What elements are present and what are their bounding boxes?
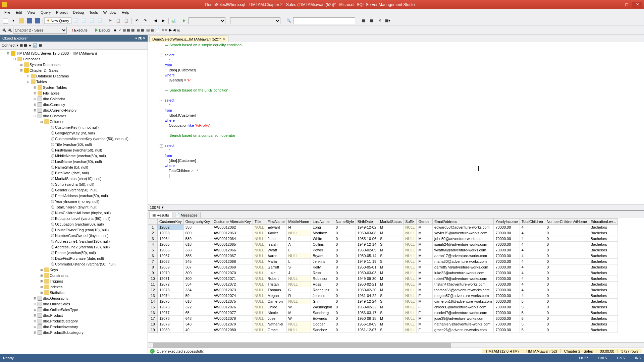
grid-cell[interactable]: Bachelors [589,310,618,316]
col-header[interactable]: Suffix [404,219,417,225]
tree-node[interactable]: ⊞Triggers [1,278,147,284]
grid-cell[interactable]: Bachelors [589,287,618,293]
row-number[interactable]: 5 [148,247,158,253]
row-number[interactable]: 2 [148,230,158,236]
grid-cell[interactable]: NULL [253,316,266,321]
grid-cell[interactable]: 0 [334,253,356,259]
grid-cell[interactable]: AW00012078 [212,316,253,321]
row-number[interactable]: 18 [148,321,158,327]
grid-cell[interactable]: M [378,287,404,293]
grid-cell[interactable]: Edward [266,225,286,230]
tree-node[interactable]: ⊞dbo.CurrencyHistory [1,107,147,113]
grid-cell[interactable]: 12063 [158,230,184,236]
col-header[interactable]: MiddleName [286,219,311,225]
tree-node[interactable]: CustomerKey (int, not null) [1,124,147,130]
grid-cell[interactable]: 70000.00 [494,264,520,270]
grid-cell[interactable]: Nathaniel [266,321,286,327]
grid-cell[interactable]: 618 [183,299,212,304]
paste-button[interactable]: 📋 [123,17,130,24]
grid-cell[interactable]: AW00012074 [212,293,253,299]
grid-cell[interactable]: NULL [404,270,417,276]
grid-cell[interactable]: 5 [520,304,545,310]
grid-cell[interactable]: 12080 [158,327,184,333]
grid-cell[interactable]: Bachelors [589,225,618,230]
grid-cell[interactable]: NULL [253,253,266,259]
grid-cell[interactable]: 0 [334,316,356,321]
tree-node[interactable]: ⊞dbo.Geography [1,295,147,301]
grid-cell[interactable]: NULL [404,327,417,333]
debug-target-select[interactable] [189,17,225,24]
grid-cell[interactable]: G [286,287,311,293]
grid-cell[interactable]: 4 [520,276,545,282]
grid-cell[interactable]: M [378,282,404,287]
tool-d[interactable]: ▦▾ [384,17,391,24]
grid-cell[interactable]: 0 [545,310,589,316]
uncomment-button[interactable]: ≡ [165,28,167,32]
grid-cell[interactable]: NULL [253,327,266,333]
grid-cell[interactable]: NULL [286,299,311,304]
grid-cell[interactable]: 0 [545,299,589,304]
grid-cell[interactable]: Jenkins [311,259,334,264]
tree-node[interactable]: ⊞Keys [1,267,147,273]
grid-cell[interactable]: W [286,304,311,310]
grid-cell[interactable]: NULL [253,304,266,310]
grid-cell[interactable]: 4 [520,242,545,247]
grid-cell[interactable]: 1950-03-08 [356,230,378,236]
oe-btn-5[interactable]: ▦ [39,43,42,48]
grid-cell[interactable]: 1955-10-06 [356,236,378,242]
grid-cell[interactable]: AW00012068 [212,259,253,264]
grid-cell[interactable]: Garrett [266,264,286,270]
row-number[interactable]: 19 [148,327,158,333]
grid-cell[interactable]: NULL [286,253,311,259]
solution-button[interactable]: 🔍 [285,17,292,24]
grid-cell[interactable]: 4 [520,287,545,293]
tree-node[interactable]: Suffix (varchar(50), null) [1,181,147,187]
grid-cell[interactable]: 4 [520,259,545,264]
grid-cell[interactable]: NULL [253,264,266,270]
grid-cell[interactable]: Jose [266,316,286,321]
grid-cell[interactable]: NULL [404,287,417,293]
grid-cell[interactable]: Robert [266,276,286,282]
grid-cell[interactable]: NULL [253,230,266,236]
tree-node[interactable]: ⊟Columns [1,119,147,124]
grid-cell[interactable]: 1949-12-14 [356,242,378,247]
grid-cell[interactable]: 300 [183,276,212,282]
grid-cell[interactable]: S [378,242,404,247]
grid-cell[interactable]: robert78@adventure-works.com [433,276,494,282]
menu-window[interactable]: Window [101,10,119,15]
row-number[interactable]: 13 [148,293,158,299]
menu-help[interactable]: Help [119,10,132,15]
grid-cell[interactable]: AW00012077 [212,310,253,316]
grid-cell[interactable]: 4 [520,225,545,230]
grid-cell[interactable]: NULL [404,242,417,247]
grid-cell[interactable]: M [417,321,433,327]
results-text-button[interactable]: ▤ [146,28,150,32]
grid-cell[interactable]: 0 [545,242,589,247]
grid-cell[interactable]: 12062 [158,225,184,230]
grid-cell[interactable]: S [378,299,404,304]
grid-cell[interactable]: NULL [286,276,311,282]
tree-node[interactable]: ⊞dbo.Currency [1,102,147,107]
tree-node[interactable]: EmailAddress (varchar(50), null) [1,193,147,198]
grid-cell[interactable]: NULL [286,327,311,333]
grid-cell[interactable]: 12077 [158,310,184,316]
grid-cell[interactable]: 12069 [158,264,184,270]
grid-cell[interactable]: F [417,304,433,310]
grid-cell[interactable]: M [417,276,433,282]
tree-node[interactable]: LastName (varchar(50), null) [1,159,147,164]
grid-cell[interactable]: Kelly [311,264,334,270]
grid-cell[interactable]: Bachelors [589,230,618,236]
grid-cell[interactable]: 0 [545,316,589,321]
grid-cell[interactable]: AW00012067 [212,253,253,259]
grid-cell[interactable]: 0 [545,236,589,242]
grid-cell[interactable]: xavier15@adventure-works.com [433,230,494,236]
grid-cell[interactable]: Bachelors [589,270,618,276]
close-button[interactable]: ✕ [632,2,642,8]
play-button[interactable] [180,17,188,24]
tree-node[interactable]: NameStyle (bit, null) [1,164,147,170]
tree-node[interactable]: ⊞dbo.ProductCategory [1,318,147,324]
grid-cell[interactable]: M [378,247,404,253]
grid-cell[interactable]: 70000.00 [494,270,520,276]
grid-cell[interactable]: 12079 [158,321,184,327]
grid-cell[interactable]: S [286,264,311,270]
